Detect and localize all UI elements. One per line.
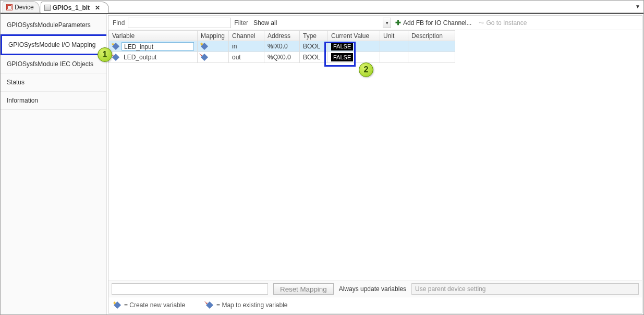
go-to-instance-button: ⤳ Go to Instance (476, 17, 530, 29)
map-variable-icon: ↘ (206, 301, 213, 309)
close-icon[interactable]: ✕ (95, 4, 100, 11)
tab-label: Device (15, 4, 34, 11)
col-variable[interactable]: Variable (109, 31, 198, 41)
sidebar-item-status[interactable]: Status (1, 73, 106, 92)
tab-label: GPIOs_1_bit (53, 4, 90, 11)
cell-address: %QX0.0 (264, 52, 300, 63)
cell-current-value: FALSE (328, 52, 380, 63)
cell-description (408, 52, 455, 63)
cell-address: %IX0.0 (264, 41, 300, 52)
filter-value[interactable]: Show all (251, 18, 382, 28)
mapping-new-icon: ✶ (201, 43, 208, 50)
new-variable-icon: ✶ (114, 301, 121, 309)
tab-device[interactable]: Device (3, 1, 40, 12)
legend-create: ✶ = Create new variable (114, 301, 185, 309)
mapping-table: Variable Mapping Channel Address Type Cu… (108, 30, 455, 63)
cell-channel: out (229, 52, 264, 63)
reset-mapping-button[interactable]: Reset Mapping (273, 283, 334, 295)
col-description[interactable]: Description (408, 31, 455, 41)
add-fb-label: Add FB for IO Channel... (403, 19, 471, 27)
add-fb-button[interactable]: ✚ Add FB for IO Channel... (392, 17, 475, 29)
col-channel[interactable]: Channel (229, 31, 264, 41)
grid-area: Variable Mapping Channel Address Type Cu… (108, 30, 642, 281)
col-unit[interactable]: Unit (380, 31, 408, 41)
sidebar-item-parameters[interactable]: GPIOSysfsModuleParameters (1, 16, 106, 34)
cell-unit (380, 41, 408, 52)
mapping-map-icon: ↘ (201, 54, 208, 61)
callout-1: 1 (98, 47, 112, 62)
gpio-icon (44, 5, 51, 11)
cell-current-value: FALSE (328, 41, 380, 52)
sidebar-item-iec-objects[interactable]: GPIOSysfsModule IEC Objects (1, 55, 106, 73)
col-address[interactable]: Address (264, 31, 300, 41)
filter-dropdown-button[interactable]: ▾ (383, 18, 391, 28)
col-mapping[interactable]: Mapping (198, 31, 229, 41)
sidebar-item-io-mapping[interactable]: GPIOSysfsModule I/O Mapping (1, 34, 106, 55)
cell-type: BOOL (300, 52, 328, 63)
sidebar-item-information[interactable]: Information (1, 92, 106, 110)
device-icon (6, 4, 13, 10)
legend: ✶ = Create new variable ↘ = Map to exist… (108, 297, 642, 313)
status-row: Reset Mapping Always update variables Us… (108, 281, 642, 297)
tab-bar: Device GPIOs_1_bit ✕ ▼ (1, 1, 643, 13)
map-variable-icon: ↘ (112, 54, 119, 61)
cell-unit (380, 52, 408, 63)
variable-name[interactable]: LED_output (121, 53, 194, 61)
filter-label: Filter (232, 19, 250, 27)
status-spacer (112, 283, 268, 295)
new-variable-icon: ✶ (112, 43, 119, 50)
cell-type: BOOL (300, 41, 328, 52)
tab-gpios[interactable]: GPIOs_1_bit ✕ (41, 2, 109, 13)
find-label: Find (111, 19, 127, 27)
main-area: GPIOSysfsModuleParameters GPIOSysfsModul… (1, 13, 643, 314)
update-mode-combo[interactable]: Use parent device setting (411, 283, 639, 295)
go-instance-label: Go to Instance (486, 19, 527, 27)
cell-description (408, 41, 455, 52)
col-type[interactable]: Type (300, 31, 328, 41)
sidebar: GPIOSysfsModuleParameters GPIOSysfsModul… (1, 14, 107, 314)
cell-channel: in (229, 41, 264, 52)
col-current-value[interactable]: Current Value (328, 31, 380, 41)
table-row[interactable]: ↘ LED_output ↘ out %QX0.0 BOOL (109, 52, 455, 63)
legend-map: ↘ = Map to existing variable (206, 301, 287, 309)
tab-overflow-icon[interactable]: ▼ (635, 4, 640, 9)
content-panel: Find Filter Show all ▾ ✚ Add FB for IO C… (108, 15, 642, 313)
plus-icon: ✚ (395, 19, 401, 27)
variable-name[interactable]: LED_input (121, 42, 194, 51)
callout-2: 2 (359, 62, 373, 77)
find-input[interactable] (128, 18, 231, 28)
always-update-label: Always update variables (339, 285, 406, 293)
toolbar: Find Filter Show all ▾ ✚ Add FB for IO C… (108, 16, 642, 30)
arrow-right-icon: ⤳ (479, 19, 484, 27)
table-row[interactable]: ✶ LED_input ✶ in %IX0.0 BOOL (109, 41, 455, 52)
